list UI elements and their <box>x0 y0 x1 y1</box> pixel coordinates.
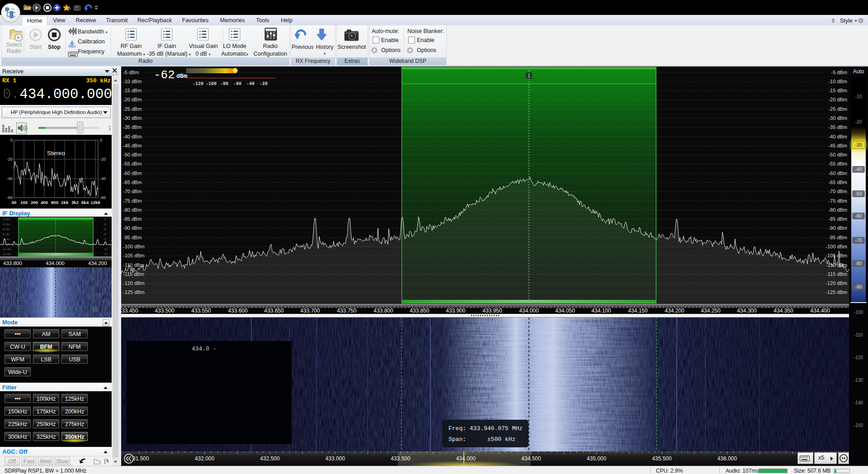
svg-text:-15 dBm: -15 dBm <box>123 88 142 93</box>
svg-text:-60: -60 <box>103 233 106 236</box>
svg-text:-40: -40 <box>7 176 13 181</box>
svg-text:-100: -100 <box>206 81 217 86</box>
svg-text:-60 dBm: -60 dBm <box>828 171 847 176</box>
svg-text:-45 dBm: -45 dBm <box>123 143 142 148</box>
svg-text:-35 dBm: -35 dBm <box>828 124 847 130</box>
svg-text:-70: -70 <box>103 238 106 241</box>
svg-text:-90 dBm: -90 dBm <box>828 225 847 231</box>
svg-text:-50 dBm: -50 dBm <box>828 152 847 157</box>
svg-text:-95 dBm: -95 dBm <box>123 235 142 240</box>
svg-text:-110: -110 <box>103 248 108 251</box>
svg-text:-75 dBm: -75 dBm <box>828 198 847 204</box>
svg-text:-70 dBm: -70 dBm <box>2 238 10 241</box>
svg-text:dBm: dBm <box>176 73 187 80</box>
svg-text:-55 dBm: -55 dBm <box>828 161 847 166</box>
svg-text:-5 dBm: -5 dBm <box>831 70 847 75</box>
svg-text:-60 dBm: -60 dBm <box>2 233 10 236</box>
svg-text:-110 dBm: -110 dBm <box>123 262 144 268</box>
svg-text:3k2: 3k2 <box>71 200 79 205</box>
svg-text:-20: -20 <box>100 157 106 161</box>
svg-text:-120 dBm: -120 dBm <box>123 280 145 286</box>
svg-text:1: 1 <box>528 73 530 78</box>
svg-text:-10 dBm: -10 dBm <box>828 79 847 84</box>
svg-text:Style: Style <box>840 18 853 24</box>
svg-text:100: 100 <box>20 200 28 205</box>
svg-text:-5 dBm: -5 dBm <box>123 70 139 75</box>
svg-text:-65 dBm: -65 dBm <box>123 180 142 185</box>
svg-text:-30 dBm: -30 dBm <box>828 115 847 121</box>
svg-text:1k6: 1k6 <box>61 200 68 205</box>
svg-text:-40: -40 <box>246 81 255 86</box>
svg-text:-35 dBm: -35 dBm <box>123 124 142 130</box>
svg-text:-65 dBm: -65 dBm <box>828 180 847 185</box>
svg-text:-20 dBm: -20 dBm <box>123 97 142 102</box>
svg-text:-120 dBm: -120 dBm <box>826 280 847 286</box>
svg-text:50: 50 <box>12 200 17 205</box>
svg-text:-45 dBm: -45 dBm <box>828 143 847 148</box>
svg-text:-105 dBm: -105 dBm <box>826 253 847 258</box>
svg-text:-20 dBm: -20 dBm <box>828 97 847 102</box>
svg-text:-15 dBm: -15 dBm <box>828 88 847 93</box>
svg-text:6k4: 6k4 <box>81 200 89 205</box>
svg-text:Span: ±500 kHz: Span: ±500 kHz <box>448 436 515 443</box>
svg-text:-100 dBm: -100 dBm <box>123 244 145 249</box>
svg-text:434.0 -: 434.0 - <box>192 346 217 352</box>
svg-text:-40 dBm: -40 dBm <box>123 134 142 139</box>
svg-text:-40: -40 <box>100 176 106 181</box>
svg-text:-85 dBm: -85 dBm <box>828 216 847 222</box>
svg-text:-55 dBm: -55 dBm <box>123 161 142 166</box>
svg-text:-125 dBm: -125 dBm <box>826 289 847 295</box>
svg-text:-40: -40 <box>103 223 106 226</box>
svg-text:-30 dBm: -30 dBm <box>123 115 142 121</box>
svg-text:-85 dBm: -85 dBm <box>123 216 142 222</box>
svg-text:-90 dBm: -90 dBm <box>123 225 142 231</box>
svg-text:-25 dBm: -25 dBm <box>123 106 142 112</box>
svg-text:-120: -120 <box>103 253 108 256</box>
svg-text:-120: -120 <box>193 81 203 86</box>
svg-text:-20 dBm: -20 dBm <box>2 218 10 221</box>
svg-text:12k8: 12k8 <box>90 200 100 205</box>
svg-text:7: 7 <box>108 125 110 132</box>
svg-text:-60 dBm: -60 dBm <box>123 171 142 176</box>
svg-text:-110 dBm: -110 dBm <box>826 262 847 268</box>
svg-text:200: 200 <box>31 200 38 205</box>
svg-text:-60: -60 <box>100 195 106 200</box>
svg-text:-40 dBm: -40 dBm <box>828 134 847 139</box>
svg-text:0: 0 <box>10 138 13 142</box>
svg-text:-70 dBm: -70 dBm <box>123 189 142 194</box>
svg-text:-80: -80 <box>220 81 228 86</box>
svg-text:-60: -60 <box>7 195 13 200</box>
svg-text:-125 dBm: -125 dBm <box>123 289 145 295</box>
svg-text:-75 dBm: -75 dBm <box>123 198 142 204</box>
svg-text:-50: -50 <box>103 228 106 231</box>
svg-text:-115 dBm: -115 dBm <box>826 271 847 277</box>
svg-text:-40 dBm: -40 dBm <box>2 223 10 226</box>
svg-text:-80 dBm: -80 dBm <box>828 207 847 213</box>
svg-text:-100 dBm: -100 dBm <box>826 244 847 249</box>
svg-text:-62: -62 <box>154 68 175 82</box>
svg-text:800: 800 <box>51 200 58 205</box>
svg-text:-80 dBm: -80 dBm <box>123 207 142 213</box>
svg-text:-25 dBm: -25 dBm <box>828 106 847 112</box>
svg-text:0: 0 <box>100 138 102 142</box>
svg-text:-20: -20 <box>7 157 13 161</box>
svg-text:-105 dBm: -105 dBm <box>123 253 145 258</box>
svg-text:-60: -60 <box>233 81 241 86</box>
svg-text:-50 dBm: -50 dBm <box>123 152 142 157</box>
svg-text:400: 400 <box>41 200 48 205</box>
svg-text:-20: -20 <box>259 81 268 86</box>
svg-text:Stereo: Stereo <box>47 150 65 156</box>
svg-text:-70 dBm: -70 dBm <box>828 189 847 194</box>
svg-text:-115 dBm: -115 dBm <box>123 271 144 277</box>
svg-text:-95 dBm: -95 dBm <box>828 235 847 240</box>
svg-text:-10 dBm: -10 dBm <box>123 79 142 84</box>
svg-text:-50 dBm: -50 dBm <box>2 228 10 231</box>
svg-text:-20: -20 <box>103 218 106 221</box>
svg-text:-120 dBm: -120 dBm <box>2 253 12 256</box>
svg-text:Freq: 433.940.075 MHz: Freq: 433.940.075 MHz <box>448 425 523 432</box>
svg-text:-110 dBm: -110 dBm <box>2 248 11 251</box>
